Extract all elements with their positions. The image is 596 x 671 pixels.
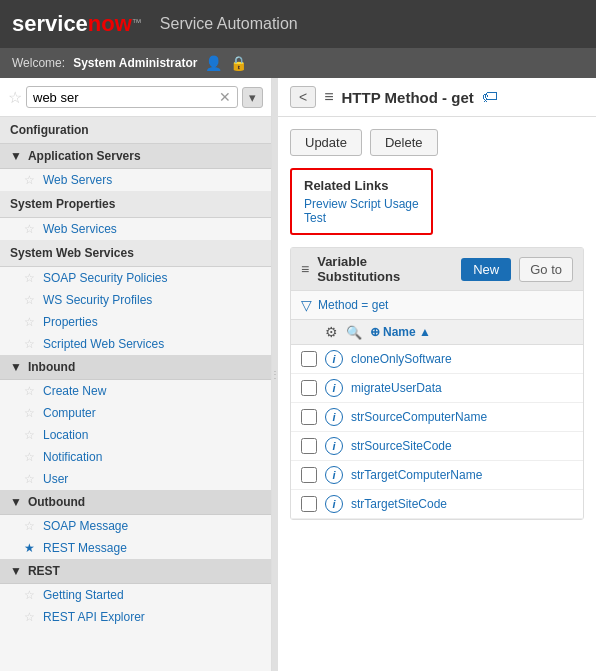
app-servers-arrow: ▼ [10, 149, 22, 163]
update-button[interactable]: Update [290, 129, 362, 156]
sidebar-item-soap-security[interactable]: ☆ SOAP Security Policies [0, 267, 271, 289]
soap-security-star[interactable]: ☆ [24, 271, 35, 285]
ws-security-star[interactable]: ☆ [24, 293, 35, 307]
table-row: i strSourceSiteCode [291, 432, 583, 461]
search-bar: ☆ ✕ ▾ [0, 78, 271, 117]
computer-label: Computer [43, 406, 96, 420]
row-info-icon-3[interactable]: i [325, 437, 343, 455]
row-info-icon-5[interactable]: i [325, 495, 343, 513]
search-clear-icon[interactable]: ✕ [219, 89, 231, 105]
new-button[interactable]: New [461, 258, 511, 281]
rest-arrow: ▼ [10, 564, 22, 578]
var-section-title: Variable Substitutions [317, 254, 453, 284]
sidebar-item-web-services[interactable]: ☆ Web Services [0, 218, 271, 240]
row-checkbox-0[interactable] [301, 351, 317, 367]
main-layout: ☆ ✕ ▾ Configuration ▼ Application Server… [0, 78, 596, 671]
filter-icon[interactable]: ▽ [301, 297, 312, 313]
name-column-header[interactable]: ⊕ Name ▲ [370, 325, 431, 339]
rest-message-star[interactable]: ★ [24, 541, 35, 555]
user-star[interactable]: ☆ [24, 472, 35, 486]
getting-started-label: Getting Started [43, 588, 124, 602]
sidebar-item-properties[interactable]: ☆ Properties [0, 311, 271, 333]
row-checkbox-3[interactable] [301, 438, 317, 454]
scripted-ws-star[interactable]: ☆ [24, 337, 35, 351]
table-row: i strSourceComputerName [291, 403, 583, 432]
favorite-star-icon[interactable]: ☆ [8, 88, 22, 107]
user-label: User [43, 472, 68, 486]
panel-header: < ≡ HTTP Method - get 🏷 [278, 78, 596, 117]
related-link-test[interactable]: Test [304, 211, 419, 225]
related-link-preview[interactable]: Preview Script Usage [304, 197, 419, 211]
computer-star[interactable]: ☆ [24, 406, 35, 420]
app-title: Service Automation [160, 15, 298, 33]
sidebar-item-notification[interactable]: ☆ Notification [0, 446, 271, 468]
goto-button[interactable]: Go to [519, 257, 573, 282]
sidebar-item-app-servers[interactable]: ▼ Application Servers [0, 144, 271, 169]
lock-icon[interactable]: 🔒 [230, 55, 247, 71]
row-link-2[interactable]: strSourceComputerName [351, 410, 487, 424]
sidebar-item-rest[interactable]: ▼ REST [0, 559, 271, 584]
search-dropdown[interactable]: ▾ [242, 87, 263, 108]
outbound-label: Outbound [28, 495, 85, 509]
sidebar-item-computer[interactable]: ☆ Computer [0, 402, 271, 424]
settings-icon[interactable]: ⚙ [325, 324, 338, 340]
related-links-box: Related Links Preview Script Usage Test [290, 168, 433, 235]
user-icon[interactable]: 👤 [205, 55, 222, 71]
menu-icon: ≡ [324, 88, 333, 106]
location-label: Location [43, 428, 88, 442]
sidebar-item-rest-api-explorer[interactable]: ☆ REST API Explorer [0, 606, 271, 628]
row-checkbox-1[interactable] [301, 380, 317, 396]
col-name-label: Name ▲ [383, 325, 431, 339]
sidebar-item-inbound[interactable]: ▼ Inbound [0, 355, 271, 380]
row-link-1[interactable]: migrateUserData [351, 381, 442, 395]
sidebar-item-outbound[interactable]: ▼ Outbound [0, 490, 271, 515]
sidebar-item-create-new[interactable]: ☆ Create New [0, 380, 271, 402]
filter-bar: ▽ Method = get [291, 291, 583, 320]
row-info-icon-0[interactable]: i [325, 350, 343, 368]
web-servers-star[interactable]: ☆ [24, 173, 35, 187]
row-info-icon-1[interactable]: i [325, 379, 343, 397]
row-info-icon-4[interactable]: i [325, 466, 343, 484]
row-checkbox-2[interactable] [301, 409, 317, 425]
row-link-3[interactable]: strSourceSiteCode [351, 439, 452, 453]
sidebar-item-user[interactable]: ☆ User [0, 468, 271, 490]
sidebar-item-scripted-ws[interactable]: ☆ Scripted Web Services [0, 333, 271, 355]
rest-api-star[interactable]: ☆ [24, 610, 35, 624]
sidebar: ☆ ✕ ▾ Configuration ▼ Application Server… [0, 78, 272, 671]
back-button[interactable]: < [290, 86, 316, 108]
row-link-0[interactable]: cloneOnlySoftware [351, 352, 452, 366]
row-link-4[interactable]: strTargetComputerName [351, 468, 482, 482]
scripted-ws-label: Scripted Web Services [43, 337, 164, 351]
location-star[interactable]: ☆ [24, 428, 35, 442]
create-new-star[interactable]: ☆ [24, 384, 35, 398]
notification-star[interactable]: ☆ [24, 450, 35, 464]
subheader: Welcome: System Administrator 👤 🔒 [0, 48, 596, 78]
properties-star[interactable]: ☆ [24, 315, 35, 329]
sidebar-item-ws-security[interactable]: ☆ WS Security Profiles [0, 289, 271, 311]
sidebar-item-getting-started[interactable]: ☆ Getting Started [0, 584, 271, 606]
search-input[interactable] [33, 90, 219, 105]
table-header: ⚙ 🔍 ⊕ Name ▲ [291, 320, 583, 345]
sidebar-item-soap-message[interactable]: ☆ SOAP Message [0, 515, 271, 537]
getting-started-star[interactable]: ☆ [24, 588, 35, 602]
web-servers-label: Web Servers [43, 173, 112, 187]
rest-api-label: REST API Explorer [43, 610, 145, 624]
sidebar-item-web-servers[interactable]: ☆ Web Servers [0, 169, 271, 191]
soap-message-star[interactable]: ☆ [24, 519, 35, 533]
sidebar-item-location[interactable]: ☆ Location [0, 424, 271, 446]
row-link-5[interactable]: strTargetSiteCode [351, 497, 447, 511]
welcome-label: Welcome: [12, 56, 65, 70]
row-info-icon-2[interactable]: i [325, 408, 343, 426]
row-checkbox-4[interactable] [301, 467, 317, 483]
notification-label: Notification [43, 450, 102, 464]
table-row: i cloneOnlySoftware [291, 345, 583, 374]
sidebar-item-rest-message[interactable]: ★ REST Message [0, 537, 271, 559]
delete-button[interactable]: Delete [370, 129, 438, 156]
column-search-icon[interactable]: 🔍 [346, 325, 362, 340]
row-checkbox-5[interactable] [301, 496, 317, 512]
app-header: servicenow™ Service Automation [0, 0, 596, 48]
logo-service: service [12, 11, 88, 36]
table-row: i strTargetSiteCode [291, 490, 583, 519]
web-services-star[interactable]: ☆ [24, 222, 35, 236]
logo: servicenow™ [12, 11, 142, 37]
